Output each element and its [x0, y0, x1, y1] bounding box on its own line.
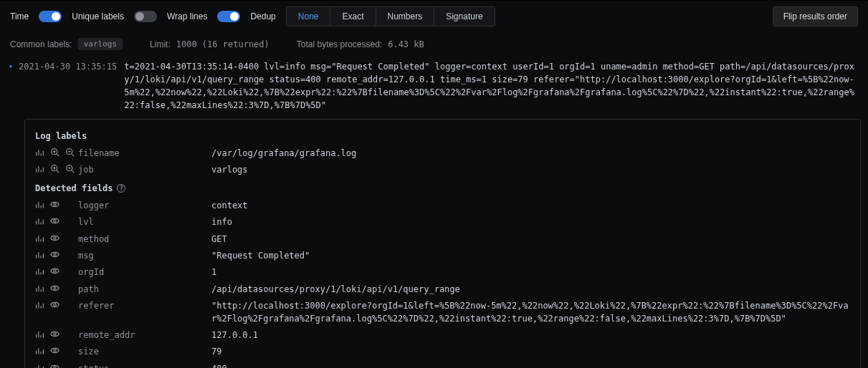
filter-out-icon[interactable]	[65, 147, 75, 157]
field-row: status400	[35, 361, 850, 368]
filter-for-icon[interactable]	[50, 147, 59, 157]
field-row: lvlinfo	[35, 214, 850, 231]
field-key: remote_addr	[78, 329, 211, 342]
log-timestamp: 2021-04-30 13:35:15	[17, 60, 124, 73]
field-value: 127.0.0.1	[211, 329, 850, 342]
stats-icon[interactable]	[35, 346, 44, 355]
flip-results-button[interactable]: Flip results order	[773, 6, 858, 26]
field-value: info	[211, 216, 850, 228]
stats-icon[interactable]	[35, 147, 44, 157]
stats-icon[interactable]	[35, 250, 44, 259]
label-key: job	[78, 164, 211, 176]
stats-icon[interactable]	[35, 300, 44, 309]
stats-icon[interactable]	[35, 200, 44, 209]
field-value: 400	[211, 363, 850, 368]
field-key: lvl	[78, 216, 211, 228]
label-value: /var/log/grafana/grafana.log	[211, 147, 850, 160]
stats-icon[interactable]	[35, 266, 44, 276]
field-key: path	[78, 284, 211, 296]
stats-icon[interactable]	[35, 363, 44, 368]
show-field-icon[interactable]	[50, 284, 59, 293]
dedup-exact-button[interactable]: Exact	[330, 7, 376, 26]
field-row: remote_addr127.0.0.1	[35, 327, 850, 344]
common-labels-tag: varlogs	[78, 38, 123, 50]
stats-icon[interactable]	[35, 216, 44, 226]
wrap-lines-toggle[interactable]	[217, 11, 240, 22]
filter-out-icon[interactable]	[65, 164, 75, 173]
time-label: Time	[10, 11, 29, 21]
stats-icon[interactable]	[35, 329, 44, 339]
dedup-signature-button[interactable]: Signature	[434, 7, 494, 26]
expand-chevron-icon[interactable]: ▾	[9, 60, 17, 72]
bytes-value: 6.43 kB	[388, 39, 424, 49]
show-field-icon[interactable]	[50, 329, 59, 339]
field-key: size	[78, 346, 211, 358]
label-value: varlogs	[211, 164, 850, 176]
field-value: /api/datasources/proxy/1/loki/api/v1/que…	[211, 284, 850, 296]
field-key: referer	[78, 300, 211, 312]
show-field-icon[interactable]	[50, 266, 59, 276]
show-field-icon[interactable]	[50, 300, 59, 309]
dedup-numbers-button[interactable]: Numbers	[376, 7, 435, 26]
dedup-button-group: None Exact Numbers Signature	[286, 6, 495, 26]
field-row: loggercontext	[35, 198, 850, 214]
show-field-icon[interactable]	[50, 216, 59, 226]
field-row: msg"Request Completed"	[35, 248, 850, 264]
show-field-icon[interactable]	[50, 233, 59, 243]
dedup-label: Dedup	[250, 11, 275, 21]
log-message: t=2021-04-30T13:35:14-0400 lvl=info msg=…	[124, 60, 859, 112]
field-key: status	[78, 363, 211, 368]
help-icon[interactable]: ?	[117, 184, 125, 193]
field-value: GET	[211, 233, 850, 246]
dedup-none-button[interactable]: None	[287, 7, 331, 26]
log-details-panel: Log labels filename/var/log/grafana/graf…	[24, 119, 861, 368]
stats-icon[interactable]	[35, 233, 44, 243]
field-row: path/api/datasources/proxy/1/loki/api/v1…	[35, 281, 850, 298]
wrap-lines-label: Wrap lines	[167, 11, 207, 21]
show-field-icon[interactable]	[50, 200, 59, 209]
show-field-icon[interactable]	[50, 346, 59, 355]
show-field-icon[interactable]	[50, 250, 59, 259]
log-row: ▾ 2021-04-30 13:35:15 t=2021-04-30T13:35…	[0, 57, 868, 116]
label-row: filename/var/log/grafana/grafana.log	[35, 145, 850, 162]
unique-labels-label: Unique labels	[72, 11, 124, 21]
limit-label: Limit:	[150, 39, 171, 49]
field-value: 79	[211, 346, 850, 358]
field-row: size79	[35, 344, 850, 360]
label-row: jobvarlogs	[35, 162, 850, 178]
limit-value: 1000 (16 returned)	[176, 39, 270, 49]
show-field-icon[interactable]	[50, 363, 59, 368]
field-row: referer"http://localhost:3000/explore?or…	[35, 298, 850, 327]
log-labels-title: Log labels	[35, 127, 850, 145]
field-value: "http://localhost:3000/explore?orgId=1&l…	[211, 300, 850, 325]
log-toolbar: Time Unique labels Wrap lines Dedup None…	[0, 0, 868, 32]
filter-for-icon[interactable]	[50, 164, 59, 173]
unique-labels-toggle[interactable]	[134, 11, 157, 22]
field-key: orgId	[78, 266, 211, 279]
bytes-label: Total bytes processed:	[297, 39, 382, 49]
field-value: 1	[211, 266, 850, 279]
field-value: "Request Completed"	[211, 250, 850, 262]
stats-icon[interactable]	[35, 164, 44, 173]
label-key: filename	[78, 147, 211, 160]
stats-icon[interactable]	[35, 284, 44, 293]
common-labels-label: Common labels:	[10, 39, 72, 49]
field-value: context	[211, 200, 850, 212]
meta-row: Common labels: varlogs Limit: 1000 (16 r…	[0, 32, 868, 57]
detected-fields-title: Detected fields ?	[35, 179, 850, 198]
field-key: logger	[78, 200, 211, 212]
field-key: method	[78, 233, 211, 246]
time-toggle[interactable]	[39, 11, 62, 22]
field-row: methodGET	[35, 231, 850, 248]
field-key: msg	[78, 250, 211, 262]
field-row: orgId1	[35, 264, 850, 281]
